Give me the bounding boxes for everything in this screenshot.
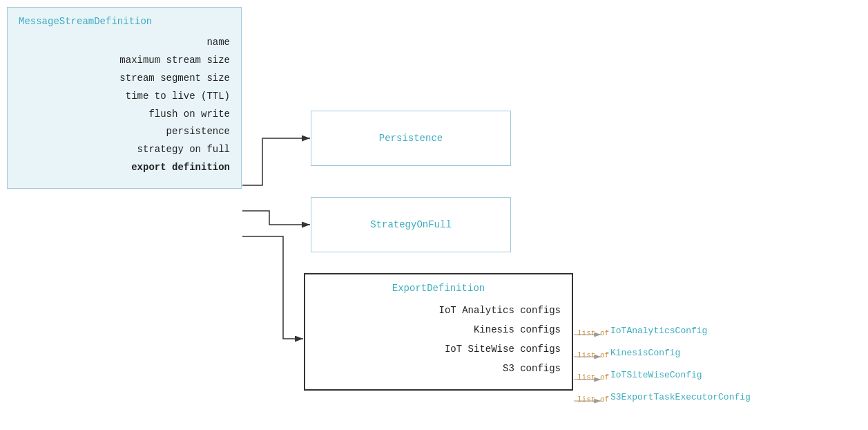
- target-3: IoTSiteWiseConfig: [610, 370, 702, 380]
- export-box: ExportDefinition IoT Analytics configs K…: [304, 273, 573, 391]
- export-field-kinesis: Kinesis configs: [316, 320, 561, 339]
- field-persistence: persistence: [19, 123, 230, 141]
- export-field-list: IoT Analytics configs Kinesis configs Io…: [316, 301, 561, 378]
- target-4: S3ExportTaskExecutorConfig: [610, 392, 751, 402]
- main-box: MessageStreamDefinition name maximum str…: [7, 7, 242, 189]
- persistence-box: Persistence: [311, 111, 511, 166]
- export-field-iot-analytics: IoT Analytics configs: [316, 301, 561, 320]
- list-of-2: list of: [577, 351, 609, 359]
- strategy-box-title: StrategyOnFull: [370, 219, 452, 230]
- target-1: IoTAnalyticsConfig: [610, 326, 707, 336]
- list-of-1: list of: [577, 329, 609, 337]
- diagram-container: MessageStreamDefinition name maximum str…: [0, 0, 868, 430]
- list-of-4: list of: [577, 395, 609, 404]
- field-flush: flush on write: [19, 106, 230, 124]
- export-field-sitewise: IoT SiteWise configs: [316, 339, 561, 359]
- strategy-box: StrategyOnFull: [311, 197, 511, 252]
- field-name: name: [19, 34, 230, 52]
- main-field-list: name maximum stream size stream segment …: [19, 34, 230, 177]
- export-box-title: ExportDefinition: [316, 283, 561, 294]
- persistence-box-title: Persistence: [379, 133, 443, 144]
- field-max-stream: maximum stream size: [19, 52, 230, 70]
- field-ttl: time to live (TTL): [19, 88, 230, 106]
- field-strategy: strategy on full: [19, 141, 230, 159]
- target-2: KinesisConfig: [610, 348, 680, 358]
- field-export: export definition: [19, 159, 230, 177]
- list-of-3: list of: [577, 373, 609, 382]
- main-box-title: MessageStreamDefinition: [19, 16, 230, 27]
- field-segment-size: stream segment size: [19, 70, 230, 88]
- export-field-s3: S3 configs: [316, 359, 561, 378]
